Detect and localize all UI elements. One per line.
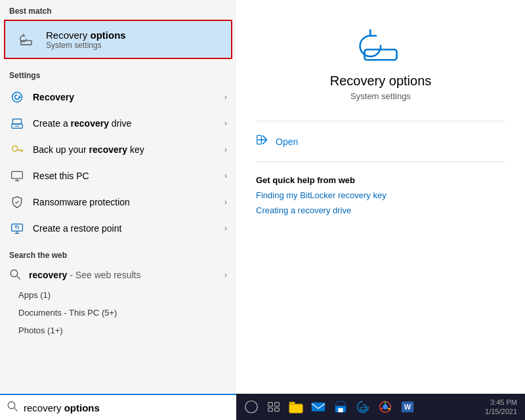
chevron-icon: › xyxy=(224,93,227,102)
ransomware-label: Ransomware protection xyxy=(33,197,224,207)
recovery-label: Recovery xyxy=(33,92,224,102)
setting-item-backup-key[interactable]: Back up your recovery key › xyxy=(0,136,236,163)
search-bar[interactable]: recovery options xyxy=(0,394,236,420)
svg-rect-31 xyxy=(312,402,325,411)
best-match-item[interactable]: Recovery options System settings xyxy=(4,20,232,59)
taskbar-taskview-icon[interactable] xyxy=(264,397,284,417)
settings-label: Settings xyxy=(0,64,236,84)
web-search-label: Search the web xyxy=(0,244,236,264)
quick-help-link-1[interactable]: Finding my BitLocker recovery key xyxy=(256,190,387,200)
settings-section: Settings Recovery › Creat xyxy=(0,59,236,242)
best-match-title: Recovery options xyxy=(46,30,126,41)
chevron-icon: › xyxy=(224,119,227,128)
right-panel: Recovery options System settings Open Ge… xyxy=(236,0,525,394)
reset-pc-label: Reset this PC xyxy=(33,171,224,181)
right-title: Recovery options xyxy=(256,74,505,89)
search-bar-icon xyxy=(7,400,18,415)
quick-help-link-2[interactable]: Creating a recovery drive xyxy=(256,205,351,215)
chevron-icon: › xyxy=(224,270,227,280)
open-icon xyxy=(256,133,269,150)
svg-rect-19 xyxy=(365,50,397,60)
svg-line-18 xyxy=(17,276,20,280)
backup-key-label: Back up your recovery key xyxy=(33,144,224,155)
right-subtitle: System settings xyxy=(256,91,505,101)
best-match-subtitle: System settings xyxy=(46,41,126,50)
open-action[interactable]: Open xyxy=(256,128,505,155)
apps-label: Apps (1) xyxy=(9,287,227,303)
best-match-text: Recovery options System settings xyxy=(46,30,126,50)
svg-line-38 xyxy=(388,408,390,410)
setting-item-create-drive[interactable]: Create a recovery drive › xyxy=(0,110,236,136)
left-panel: Best match Recovery options System setti… xyxy=(0,0,236,394)
web-search-section: Search the web recovery - See web result… xyxy=(0,242,236,286)
key-icon xyxy=(9,142,25,158)
shield-icon xyxy=(9,194,25,210)
recovery-icon xyxy=(14,28,38,51)
svg-point-23 xyxy=(245,401,257,413)
web-search-item[interactable]: recovery - See web results › xyxy=(0,264,236,286)
right-icon-area xyxy=(256,20,505,66)
large-recovery-icon xyxy=(358,20,404,66)
svg-rect-29 xyxy=(289,402,295,405)
chevron-icon: › xyxy=(224,171,227,180)
svg-rect-25 xyxy=(275,402,280,406)
svg-rect-24 xyxy=(268,402,273,406)
photos-label: Photos (1+) xyxy=(9,323,227,338)
recovery-settings-icon xyxy=(9,89,25,105)
svg-rect-27 xyxy=(275,408,280,411)
apps-section: Apps (1) xyxy=(0,286,236,304)
taskbar: W 3:45 PM 1/15/2021 xyxy=(236,394,525,420)
svg-point-17 xyxy=(10,270,18,277)
quick-help-title: Get quick help from web xyxy=(256,175,355,185)
taskbar-file-icon[interactable] xyxy=(286,397,306,417)
svg-text:W: W xyxy=(404,403,411,411)
taskbar-edge-icon[interactable] xyxy=(353,397,373,417)
svg-rect-26 xyxy=(268,408,273,411)
svg-line-39 xyxy=(380,408,383,410)
search-text: recovery options xyxy=(24,402,100,413)
setting-item-restore-point[interactable]: Create a restore point › xyxy=(0,215,236,242)
setting-item-reset-pc[interactable]: Reset this PC › xyxy=(0,163,236,189)
open-label: Open xyxy=(276,136,298,147)
web-search-text: recovery - See web results xyxy=(29,270,140,280)
search-icon xyxy=(9,268,22,282)
svg-point-21 xyxy=(8,402,15,409)
create-drive-label: Create a recovery drive xyxy=(33,118,224,129)
svg-point-5 xyxy=(12,146,18,151)
drive-icon xyxy=(9,116,25,131)
setting-item-recovery[interactable]: Recovery › xyxy=(0,84,236,110)
docs-label: Documents - This PC (5+) xyxy=(9,305,227,320)
svg-rect-0 xyxy=(21,41,32,45)
svg-point-36 xyxy=(383,404,387,409)
best-match-label: Best match xyxy=(0,0,236,20)
chevron-icon: › xyxy=(224,145,227,154)
svg-line-22 xyxy=(14,408,18,411)
system-tray: 3:45 PM 1/15/2021 xyxy=(485,398,520,417)
chevron-icon: › xyxy=(224,224,227,233)
taskbar-store-icon[interactable] xyxy=(331,397,350,417)
restore-point-label: Create a restore point xyxy=(33,223,224,234)
divider-2 xyxy=(256,161,505,162)
svg-line-13 xyxy=(16,201,18,203)
photos-section: Photos (1+) xyxy=(0,322,236,339)
restore-icon xyxy=(9,220,25,236)
svg-rect-28 xyxy=(289,404,303,413)
taskbar-chrome-icon[interactable] xyxy=(375,397,395,417)
taskbar-cortana-icon[interactable] xyxy=(242,397,261,417)
taskbar-word-icon[interactable]: W xyxy=(398,397,417,417)
docs-section: Documents - This PC (5+) xyxy=(0,304,236,322)
taskbar-mail-icon[interactable] xyxy=(308,397,328,417)
svg-rect-9 xyxy=(12,171,23,178)
pc-icon xyxy=(9,168,25,184)
divider-1 xyxy=(256,121,505,121)
svg-rect-3 xyxy=(12,119,21,123)
setting-item-ransomware[interactable]: Ransomware protection › xyxy=(0,189,236,215)
chevron-icon: › xyxy=(224,198,227,207)
svg-rect-33 xyxy=(338,408,343,412)
